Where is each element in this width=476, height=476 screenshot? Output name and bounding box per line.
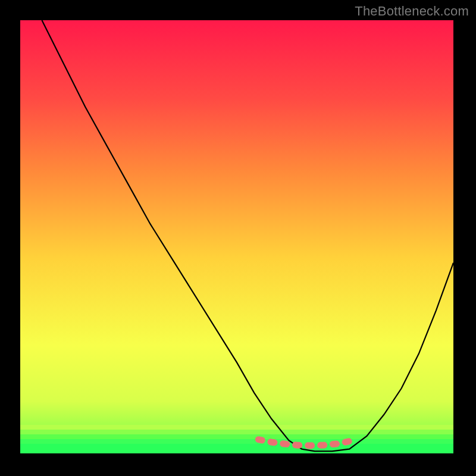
svg-rect-2 [20, 434, 453, 439]
svg-rect-0 [20, 425, 453, 430]
svg-rect-1 [20, 430, 453, 434]
svg-rect-4 [20, 444, 453, 453]
gradient-background [20, 20, 453, 453]
plot-area [20, 20, 453, 453]
chart-svg [20, 20, 453, 453]
chart-container: TheBottleneck.com [0, 0, 476, 476]
watermark-text: TheBottleneck.com [355, 4, 469, 19]
bottom-bands [20, 425, 453, 453]
svg-rect-3 [20, 439, 453, 444]
